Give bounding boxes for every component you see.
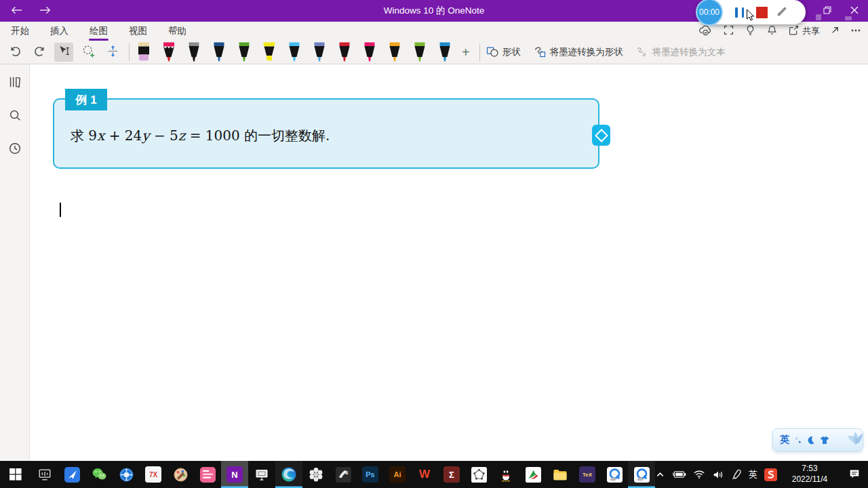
tex-icon: TeX (579, 466, 595, 483)
page-canvas[interactable]: 例 1 求 9x + 24y − 5z = 1000 的一切整数解. 英 (30, 64, 868, 461)
taskbar-app-7x[interactable]: 7X (140, 461, 167, 488)
pop-out-button[interactable] (830, 25, 840, 37)
text-cursor (60, 203, 61, 217)
taskbar-app-feather[interactable] (58, 461, 85, 488)
tray-battery[interactable] (672, 470, 686, 479)
pen-dark-blue-pen[interactable] (210, 42, 228, 64)
taskbar-geometry[interactable] (465, 461, 492, 488)
taskbar-edge[interactable] (275, 461, 302, 488)
equation-segment: + 24 (104, 127, 142, 144)
taskbar-apps: 7XN6PsAiWΣTeX (0, 461, 655, 488)
tray-volume[interactable] (712, 470, 724, 480)
pause-button[interactable] (735, 7, 744, 18)
tray-ime-mode[interactable]: 英 (749, 468, 757, 481)
annotate-button[interactable] (776, 5, 788, 20)
pen-green-pen[interactable] (235, 42, 253, 64)
sync-status-button[interactable] (698, 24, 713, 38)
taskbar-wechat[interactable] (85, 461, 113, 488)
redo-button[interactable] (30, 43, 49, 62)
tray-sogou-ime[interactable] (764, 468, 777, 481)
pen-gallery (135, 41, 454, 64)
stop-button[interactable] (756, 7, 768, 18)
taskbar-app-sigma[interactable]: Σ (438, 461, 465, 488)
taskbar-q-browser-2[interactable] (628, 461, 655, 488)
tab-insert[interactable]: 插入 (49, 22, 70, 41)
taskbar: 7XN6PsAiWΣTeX 英 7:53 2022/11/4 (0, 461, 868, 488)
taskbar-app-shutter[interactable] (113, 461, 140, 488)
close-button[interactable] (841, 0, 868, 22)
tab-help[interactable]: 帮助 (167, 22, 188, 41)
pen-lime-pen[interactable] (411, 42, 429, 64)
tray-pen-input[interactable] (731, 469, 742, 480)
pen-black-pen[interactable] (185, 42, 203, 64)
tray-items: 英 (655, 468, 777, 481)
share-label: 共享 (802, 25, 820, 37)
illustrator-icon: Ai (389, 466, 406, 483)
taskbar-task-view[interactable] (31, 461, 58, 488)
taskbar-start[interactable] (0, 461, 31, 488)
pen-galaxy-pen[interactable] (311, 42, 328, 64)
pen-eraser[interactable] (135, 42, 153, 64)
taskbar-onenote[interactable]: N (221, 461, 248, 488)
sidebar-item-recent-notes[interactable] (5, 139, 25, 159)
diamond-icon (595, 129, 608, 142)
insert-space-button[interactable] (103, 43, 122, 62)
taskbar-photoshop[interactable]: Ps (357, 461, 384, 488)
tray-hidden-icons[interactable] (655, 470, 665, 480)
action-center-button[interactable] (842, 461, 867, 488)
divider (479, 43, 480, 61)
more-options-button[interactable] (850, 25, 861, 38)
ribbon-right-actions: 共享 (698, 22, 861, 41)
pen-sky-blue-pen[interactable] (285, 42, 303, 64)
notifications-button[interactable] (766, 24, 778, 38)
ime-mode-label[interactable]: 英 (780, 434, 789, 446)
undo-button[interactable] (5, 43, 24, 62)
taskbar-tex[interactable]: TeX (574, 461, 601, 488)
taskbar-clock[interactable]: 7:53 2022/11/4 (784, 464, 835, 485)
restore-button[interactable] (814, 0, 841, 22)
sketchpad-6-icon: 6 (336, 467, 351, 483)
yellow-highlighter-icon (260, 41, 278, 64)
taskbar-qq[interactable] (492, 461, 519, 488)
tray-network[interactable] (693, 470, 705, 479)
red-pen-icon (336, 41, 353, 64)
select-objects-button[interactable] (54, 43, 73, 62)
lasso-select-button[interactable] (79, 43, 98, 62)
taskbar-sketchpad-6[interactable]: 6 (330, 461, 357, 488)
pen-yellow-highlighter[interactable] (260, 42, 278, 64)
sidebar-item-notebooks[interactable] (5, 73, 25, 93)
taskbar-illustrator[interactable]: Ai (384, 461, 411, 488)
shapes-button[interactable]: 形状 (486, 45, 521, 60)
equation-segment: − 5 (150, 127, 178, 144)
taskbar-app-pdf[interactable] (519, 461, 547, 488)
taskbar-q-browser-1[interactable] (601, 461, 628, 488)
taskbar-app-pink[interactable] (194, 461, 221, 488)
tell-me-button[interactable] (745, 24, 756, 38)
pen-amber-pen[interactable] (386, 42, 403, 64)
full-screen-button[interactable] (723, 24, 734, 38)
pen-red-pen[interactable] (336, 42, 353, 64)
sidebar-item-search[interactable] (5, 106, 25, 126)
pen-pencil[interactable] (160, 42, 178, 64)
taskbar-file-explorer[interactable] (547, 461, 574, 488)
share-button[interactable]: 共享 (788, 24, 820, 38)
pen-azure-pen[interactable] (436, 42, 454, 64)
ime-skin-icon[interactable] (820, 436, 829, 445)
taskbar-paint[interactable] (167, 461, 194, 488)
taskbar-screen-mirror[interactable] (248, 461, 275, 488)
tab-home[interactable]: 开始 (9, 22, 31, 41)
taskbar-wps[interactable]: W (411, 461, 438, 488)
ink-to-shape-button[interactable]: 将墨迹转换为形状 (533, 45, 623, 60)
ribbon-tools-row: + 形状将墨迹转换为形状a将墨迹转换为文本 (0, 41, 868, 64)
recording-widget: 00:00 (697, 0, 806, 24)
pencil-icon (160, 41, 178, 64)
ime-punctuation-icon[interactable] (794, 436, 802, 444)
tab-draw[interactable]: 绘图 (88, 22, 109, 41)
screen-mirror-icon (254, 466, 270, 483)
taskbar-app-flower[interactable] (302, 461, 330, 488)
tab-view[interactable]: 视图 (127, 22, 149, 41)
box-handle-button[interactable] (592, 125, 610, 146)
add-pen-button[interactable]: + (458, 45, 474, 60)
ime-night-mode-icon[interactable] (806, 436, 815, 445)
pen-crimson-pen[interactable] (361, 42, 378, 64)
